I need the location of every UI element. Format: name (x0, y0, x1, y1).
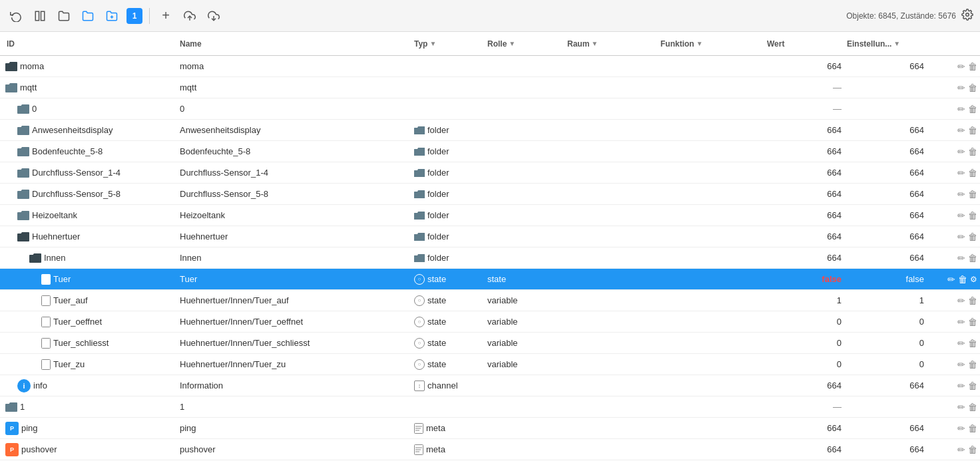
table-row[interactable]: Tuer_schliesst Huehnertuer/Innen/Tuer_sc… (0, 333, 980, 354)
folder-new-icon[interactable] (103, 7, 121, 25)
einstell-value: 664 (909, 125, 924, 135)
cell-wert: 664 (767, 146, 847, 156)
cell-wert: 664 (767, 444, 847, 454)
cell-rolle: variable (487, 359, 567, 369)
refresh-icon[interactable] (7, 7, 25, 25)
folder-open-icon[interactable] (79, 7, 97, 25)
col-header-rolle[interactable]: Rolle▼ (487, 39, 567, 49)
cell-tree: Tuer (0, 274, 180, 285)
delete-icon[interactable]: 🗑 (958, 274, 967, 285)
edit-icon[interactable]: ✏ (957, 381, 965, 391)
columns-icon[interactable] (31, 7, 49, 25)
edit-icon[interactable]: ✏ (957, 125, 965, 136)
svg-rect-7 (42, 274, 51, 284)
edit-icon[interactable]: ✏ (957, 168, 965, 178)
edit-icon[interactable]: ✏ (957, 423, 965, 434)
delete-icon[interactable]: 🗑 (968, 253, 977, 263)
delete-icon[interactable]: 🗑 (968, 104, 977, 114)
col-header-einstellungen[interactable]: Einstellun...▼ (847, 39, 927, 49)
table-row[interactable]: moma moma 664 664 ✏ 🗑 (0, 56, 980, 77)
delete-icon[interactable]: 🗑 (968, 381, 977, 391)
delete-icon[interactable]: 🗑 (968, 359, 977, 370)
table-row[interactable]: Durchfluss-Sensor_1-4 Durchfluss-Sensor_… (0, 162, 980, 184)
table-row[interactable]: Tuer Tuer ○ state state false false ✏ 🗑 … (0, 269, 980, 290)
delete-icon[interactable]: 🗑 (968, 168, 977, 178)
edit-icon[interactable]: ✏ (957, 444, 965, 455)
col-header-typ[interactable]: Typ▼ (414, 39, 487, 49)
table-row[interactable]: Durchfluss-Sensor_5-8 Durchfluss-Sensor_… (0, 184, 980, 205)
table-row[interactable]: P ping ping meta 664 664 ✏ 🗑 (0, 418, 980, 439)
badge-icon[interactable]: 1 (126, 8, 142, 24)
edit-icon[interactable]: ✏ (957, 104, 965, 114)
add-icon[interactable]: + (156, 7, 175, 25)
einstell-value: 0 (919, 317, 924, 327)
col-header-raum[interactable]: Raum▼ (567, 39, 660, 49)
table-row[interactable]: Tuer_auf Huehnertuer/Innen/Tuer_auf ○ st… (0, 290, 980, 311)
tree-label: pushover (21, 444, 57, 454)
delete-icon[interactable]: 🗑 (968, 210, 977, 221)
delete-icon[interactable]: 🗑 (968, 444, 977, 455)
delete-icon[interactable]: 🗑 (968, 295, 977, 306)
delete-icon[interactable]: 🗑 (968, 146, 977, 157)
edit-icon[interactable]: ✏ (957, 146, 965, 157)
svg-rect-11 (42, 359, 51, 369)
typ-label: folder (427, 125, 449, 135)
table-row[interactable]: Heizoeltank Heizoeltank folder 664 664 ✏… (0, 205, 980, 226)
delete-icon[interactable]: 🗑 (968, 189, 977, 200)
table-row[interactable]: Bodenfeuchte_5-8 Bodenfeuchte_5-8 folder… (0, 141, 980, 162)
cell-tree: P ping (0, 422, 180, 435)
value-text: 1 (837, 295, 842, 305)
delete-icon[interactable]: 🗑 (968, 61, 977, 72)
cell-actions: ✏ 🗑 (927, 253, 980, 263)
table-row[interactable]: 0 0 — ✏ 🗑 (0, 98, 980, 120)
table-row[interactable]: Tuer_zu Huehnertuer/Innen/Tuer_zu ○ stat… (0, 354, 980, 375)
table-row[interactable]: Innen Innen folder 664 664 ✏ 🗑 (0, 247, 980, 269)
folder-icon[interactable] (55, 7, 73, 25)
edit-icon[interactable]: ✏ (957, 317, 965, 327)
settings-icon[interactable] (961, 9, 973, 23)
cell-actions: ✏ 🗑 (927, 444, 980, 455)
cell-wert: — (767, 82, 847, 92)
cell-name: moma (180, 61, 414, 71)
table-row[interactable]: Huehnertuer Huehnertuer folder 664 664 ✏… (0, 226, 980, 247)
value-text: 664 (827, 423, 842, 433)
edit-icon[interactable]: ✏ (957, 210, 965, 221)
col-header-funktion[interactable]: Funktion▼ (660, 39, 767, 49)
edit-icon[interactable]: ✏ (957, 338, 965, 349)
cell-tree: Anwesenheitsdisplay (0, 125, 180, 135)
delete-icon[interactable]: 🗑 (968, 125, 977, 136)
upload-icon[interactable] (180, 7, 199, 25)
delete-icon[interactable]: 🗑 (968, 402, 977, 412)
edit-icon[interactable]: ✏ (957, 295, 965, 306)
delete-icon[interactable]: 🗑 (968, 317, 977, 327)
table-row[interactable]: P pushover pushover meta 664 664 ✏ 🗑 (0, 439, 980, 460)
delete-icon[interactable]: 🗑 (968, 423, 977, 434)
tree-label: Tuer_schliesst (53, 338, 109, 348)
edit-icon[interactable]: ✏ (957, 402, 965, 412)
tree-label: mqtt (20, 82, 37, 92)
edit-icon[interactable]: ✏ (957, 82, 965, 93)
delete-icon[interactable]: 🗑 (968, 232, 977, 242)
edit-icon[interactable]: ✏ (957, 253, 965, 263)
edit-icon[interactable]: ✏ (957, 359, 965, 370)
delete-icon[interactable]: 🗑 (968, 82, 977, 93)
download-icon[interactable] (204, 7, 223, 25)
cell-wert: 0 (767, 338, 847, 348)
svg-rect-0 (35, 11, 39, 21)
stats-text: Objekte: 6845, Zustände: 5676 (846, 11, 956, 21)
table-row[interactable]: i info Information ↕ channel 664 664 ✏ 🗑 (0, 375, 980, 396)
settings-row-icon[interactable]: ⚙ (970, 275, 977, 284)
edit-icon[interactable]: ✏ (957, 61, 965, 72)
cell-wert: 664 (767, 61, 847, 71)
table-row[interactable]: Anwesenheitsdisplay Anwesenheitsdisplay … (0, 120, 980, 141)
table-row[interactable]: 1 1 — ✏ 🗑 (0, 396, 980, 418)
edit-icon[interactable]: ✏ (957, 232, 965, 242)
delete-icon[interactable]: 🗑 (968, 338, 977, 349)
table-row[interactable]: Tuer_oeffnet Huehnertuer/Innen/Tuer_oeff… (0, 311, 980, 333)
tree-label: info (33, 381, 47, 390)
cell-name: Tuer (180, 274, 414, 284)
edit-icon[interactable]: ✏ (957, 189, 965, 200)
table-row[interactable]: mqtt mqtt — ✏ 🗑 (0, 77, 980, 98)
edit-icon[interactable]: ✏ (947, 274, 955, 285)
tree-label: Bodenfeuchte_5-8 (32, 146, 103, 156)
